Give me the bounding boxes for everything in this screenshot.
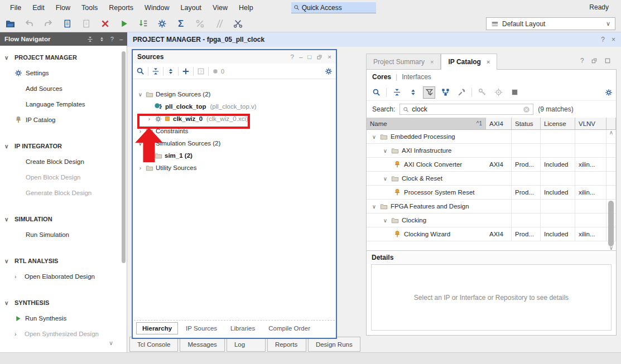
ip-row-clocking-wizard[interactable]: Clocking WizardAXI4Prod...Includedxilin.… [367,227,616,241]
tab-log[interactable]: Log [227,337,266,352]
menu-file[interactable]: File [4,2,27,14]
tab-project-summary[interactable]: Project Summary× [366,54,441,69]
flow-section-rtl-analysis[interactable]: ∨RTL ANALYSIS [0,253,122,269]
flow-item-ip-catalog[interactable]: IP Catalog [0,112,122,128]
filter-button[interactable] [423,86,435,99]
flow-item-run-simulation[interactable]: Run Simulation [0,227,122,242]
close-icon[interactable]: × [487,59,490,65]
run-button[interactable] [117,17,131,31]
delete-button[interactable] [98,17,112,31]
menu-view[interactable]: View [207,2,233,14]
tab-libraries[interactable]: Libraries [225,323,261,334]
column-header-license[interactable]: License [541,118,575,129]
column-header-vlnv[interactable]: VLNV [575,118,606,129]
ip-row-axi-infrastructure[interactable]: ∨AXI Infrastructure [367,144,616,158]
tab-interfaces[interactable]: Interfaces [402,73,431,81]
menu-tools[interactable]: Tools [76,2,103,14]
tree-item-pll-clock-top[interactable]: pll_clock_top(pll_clock_top.v) [133,100,336,113]
minimize-icon[interactable]: – [299,54,302,60]
tree-item-design-sources-2-[interactable]: ∨Design Sources (2) [133,88,336,100]
close-icon[interactable]: × [612,36,615,43]
float-icon[interactable] [316,54,322,60]
cut-button[interactable] [231,17,244,31]
add-sources-icon[interactable] [182,67,190,75]
ip-row-fpga-features-and-design[interactable]: ∨FPGA Features and Design [367,200,616,213]
ip-row-clock-reset[interactable]: ∨Clock & Reset [367,172,616,186]
menu-layout[interactable]: Layout [175,2,208,14]
expand-all-icon[interactable] [99,36,105,42]
ip-table-scrollbar[interactable]: ∧ ∨ [607,129,615,251]
collapse-all-icon[interactable] [87,36,93,42]
expand-all-icon[interactable] [167,67,175,75]
ip-row-embedded-processing[interactable]: ∨Embedded Processing [367,130,616,144]
tree-item-sim-1-2-[interactable]: ›sim_1 (2) [133,149,336,162]
help-icon[interactable]: ? [601,36,605,43]
flow-section-ip-integrator[interactable]: ∨IP INTEGRATOR [0,138,122,154]
clear-search-icon[interactable] [523,106,530,113]
ip-hierarchy-button[interactable] [439,86,451,99]
step-into-button[interactable] [136,17,150,31]
help-icon[interactable]: ? [110,36,114,42]
customize-ip-button[interactable] [455,86,468,99]
chevron-right-icon[interactable]: › [137,128,143,134]
flow-item-language-templates[interactable]: Language Templates [0,96,122,112]
flow-item-open-elaborated-design[interactable]: ›Open Elaborated Design [0,269,122,284]
column-header-axi4[interactable]: AXI4 [486,118,512,129]
chevron-down-icon[interactable]: ∨ [382,217,388,224]
flow-section-project-manager[interactable]: ∨PROJECT MANAGER [0,50,122,65]
layout-selector[interactable]: Default Layout ∨ [486,17,615,30]
flow-item-settings[interactable]: Settings [0,65,122,81]
tab-tcl-console[interactable]: Tcl Console [129,337,178,352]
report-summary-button[interactable]: Σ [174,17,187,31]
settings-gear-icon[interactable] [325,67,333,75]
chevron-down-icon[interactable]: ∨ [382,176,388,182]
maximize-icon[interactable] [604,57,611,65]
chevron-down-icon[interactable]: ∨ [371,134,377,140]
flow-item-add-sources[interactable]: Add Sources [0,81,122,96]
tab-hierarchy[interactable]: Hierarchy [136,322,178,334]
chevron-down-icon[interactable]: ∨ [382,148,388,154]
chevron-down-icon[interactable]: ∨ [137,91,143,98]
menu-flow[interactable]: Flow [50,2,76,14]
close-icon[interactable]: × [328,54,331,60]
tab-ip-sources[interactable]: IP Sources [180,323,223,334]
copy-button[interactable] [60,17,74,31]
menu-help[interactable]: Help [233,2,259,14]
collapse-all-icon[interactable] [152,67,160,75]
chevron-right-icon[interactable]: › [137,165,143,171]
tree-item-simulation-sources-2-[interactable]: ∨Simulation Sources (2) [133,137,336,149]
tab-design-runs[interactable]: Design Runs [308,337,360,352]
close-icon[interactable]: × [430,59,434,65]
column-header-name[interactable]: Name^1 [367,118,486,129]
scroll-down-icon[interactable]: ∨ [109,339,113,347]
search-input[interactable]: clock [399,104,533,115]
float-icon[interactable] [591,57,598,65]
scroll-up-icon[interactable]: ∧ [607,129,615,135]
ip-row-clocking[interactable]: ∨Clocking [367,213,616,227]
tab-reports[interactable]: Reports [267,337,306,352]
tab-ip-catalog[interactable]: IP Catalog× [441,54,497,70]
column-header-status[interactable]: Status [512,118,541,129]
tab-compile-order[interactable]: Compile Order [263,323,316,334]
flow-item-create-block-design[interactable]: Create Block Design [0,154,122,169]
scrollbar-thumb[interactable] [608,201,614,246]
collapse-all-button[interactable] [391,86,403,99]
flow-navigator-scrollbar[interactable] [122,51,126,263]
menu-edit[interactable]: Edit [27,2,50,14]
search-button[interactable] [370,86,382,99]
scroll-down-icon[interactable]: ∨ [607,245,615,251]
settings-button[interactable] [155,17,169,31]
help-icon[interactable]: ? [580,57,584,65]
open-project-button[interactable] [3,17,17,31]
flow-section-synthesis[interactable]: ∨SYNTHESIS [0,295,122,310]
ip-row-axi-clock-converter[interactable]: AXI Clock ConverterAXI4Prod...Includedxi… [367,158,616,172]
tree-item-utility-sources[interactable]: ›Utility Sources [133,162,336,174]
help-icon[interactable]: ? [291,54,294,60]
tab-cores[interactable]: Cores [372,73,391,81]
settings-gear-icon[interactable] [605,89,613,96]
minimize-icon[interactable]: – [119,36,123,42]
chevron-down-icon[interactable]: ∨ [371,203,377,210]
tab-messages[interactable]: Messages [180,337,224,352]
flow-item-run-synthesis[interactable]: Run Synthesis [0,310,122,326]
ip-row-processor-system-reset[interactable]: Processor System ResetProd...Includedxil… [367,186,616,200]
